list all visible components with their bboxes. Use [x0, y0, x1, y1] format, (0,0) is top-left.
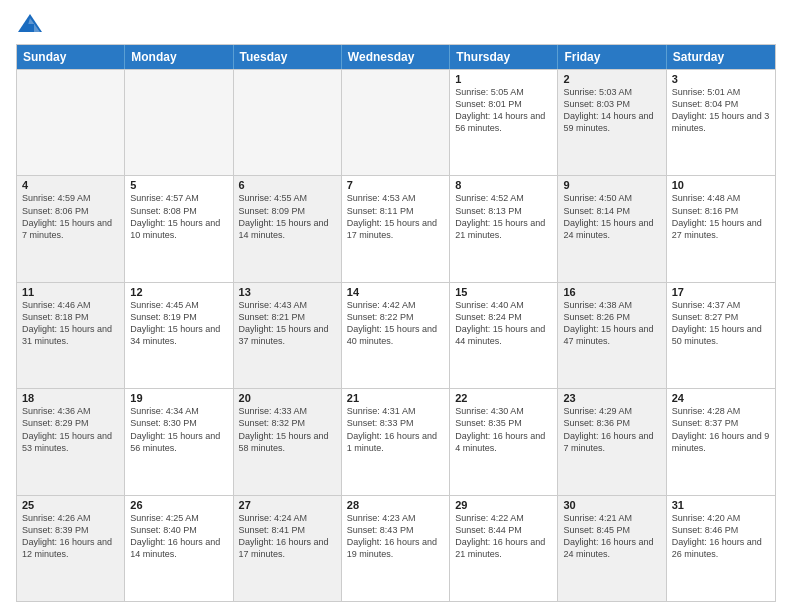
day-info: Sunrise: 4:29 AM Sunset: 8:36 PM Dayligh…	[563, 405, 660, 454]
calendar-cell: 31Sunrise: 4:20 AM Sunset: 8:46 PM Dayli…	[667, 496, 775, 601]
day-number: 9	[563, 179, 660, 191]
day-info: Sunrise: 4:55 AM Sunset: 8:09 PM Dayligh…	[239, 192, 336, 241]
calendar-cell: 21Sunrise: 4:31 AM Sunset: 8:33 PM Dayli…	[342, 389, 450, 494]
day-number: 21	[347, 392, 444, 404]
calendar-header-cell: Tuesday	[234, 45, 342, 69]
calendar-row: 18Sunrise: 4:36 AM Sunset: 8:29 PM Dayli…	[17, 388, 775, 494]
calendar-header-cell: Sunday	[17, 45, 125, 69]
calendar-cell: 29Sunrise: 4:22 AM Sunset: 8:44 PM Dayli…	[450, 496, 558, 601]
calendar-cell: 23Sunrise: 4:29 AM Sunset: 8:36 PM Dayli…	[558, 389, 666, 494]
calendar-header-cell: Thursday	[450, 45, 558, 69]
calendar-cell	[234, 70, 342, 175]
calendar-cell: 19Sunrise: 4:34 AM Sunset: 8:30 PM Dayli…	[125, 389, 233, 494]
day-info: Sunrise: 4:50 AM Sunset: 8:14 PM Dayligh…	[563, 192, 660, 241]
calendar-cell: 28Sunrise: 4:23 AM Sunset: 8:43 PM Dayli…	[342, 496, 450, 601]
day-info: Sunrise: 4:53 AM Sunset: 8:11 PM Dayligh…	[347, 192, 444, 241]
day-number: 4	[22, 179, 119, 191]
day-info: Sunrise: 4:25 AM Sunset: 8:40 PM Dayligh…	[130, 512, 227, 561]
calendar-cell: 12Sunrise: 4:45 AM Sunset: 8:19 PM Dayli…	[125, 283, 233, 388]
calendar: SundayMondayTuesdayWednesdayThursdayFrid…	[16, 44, 776, 602]
day-number: 5	[130, 179, 227, 191]
day-info: Sunrise: 4:46 AM Sunset: 8:18 PM Dayligh…	[22, 299, 119, 348]
day-info: Sunrise: 4:34 AM Sunset: 8:30 PM Dayligh…	[130, 405, 227, 454]
day-number: 3	[672, 73, 770, 85]
calendar-cell: 20Sunrise: 4:33 AM Sunset: 8:32 PM Dayli…	[234, 389, 342, 494]
day-info: Sunrise: 4:45 AM Sunset: 8:19 PM Dayligh…	[130, 299, 227, 348]
calendar-cell: 1Sunrise: 5:05 AM Sunset: 8:01 PM Daylig…	[450, 70, 558, 175]
calendar-header-cell: Saturday	[667, 45, 775, 69]
calendar-cell: 7Sunrise: 4:53 AM Sunset: 8:11 PM Daylig…	[342, 176, 450, 281]
day-info: Sunrise: 4:24 AM Sunset: 8:41 PM Dayligh…	[239, 512, 336, 561]
calendar-cell: 30Sunrise: 4:21 AM Sunset: 8:45 PM Dayli…	[558, 496, 666, 601]
calendar-row: 1Sunrise: 5:05 AM Sunset: 8:01 PM Daylig…	[17, 69, 775, 175]
calendar-cell: 27Sunrise: 4:24 AM Sunset: 8:41 PM Dayli…	[234, 496, 342, 601]
day-number: 12	[130, 286, 227, 298]
svg-rect-2	[26, 24, 34, 32]
logo-icon	[16, 10, 44, 38]
day-info: Sunrise: 4:42 AM Sunset: 8:22 PM Dayligh…	[347, 299, 444, 348]
day-number: 16	[563, 286, 660, 298]
calendar-cell: 16Sunrise: 4:38 AM Sunset: 8:26 PM Dayli…	[558, 283, 666, 388]
calendar-cell: 24Sunrise: 4:28 AM Sunset: 8:37 PM Dayli…	[667, 389, 775, 494]
day-info: Sunrise: 4:52 AM Sunset: 8:13 PM Dayligh…	[455, 192, 552, 241]
day-number: 10	[672, 179, 770, 191]
day-number: 15	[455, 286, 552, 298]
day-info: Sunrise: 4:59 AM Sunset: 8:06 PM Dayligh…	[22, 192, 119, 241]
day-info: Sunrise: 4:21 AM Sunset: 8:45 PM Dayligh…	[563, 512, 660, 561]
calendar-row: 4Sunrise: 4:59 AM Sunset: 8:06 PM Daylig…	[17, 175, 775, 281]
day-info: Sunrise: 4:28 AM Sunset: 8:37 PM Dayligh…	[672, 405, 770, 454]
calendar-header-cell: Friday	[558, 45, 666, 69]
calendar-cell	[342, 70, 450, 175]
calendar-cell: 11Sunrise: 4:46 AM Sunset: 8:18 PM Dayli…	[17, 283, 125, 388]
logo	[16, 10, 48, 38]
calendar-header-cell: Monday	[125, 45, 233, 69]
day-number: 23	[563, 392, 660, 404]
day-info: Sunrise: 4:57 AM Sunset: 8:08 PM Dayligh…	[130, 192, 227, 241]
day-number: 19	[130, 392, 227, 404]
calendar-header-cell: Wednesday	[342, 45, 450, 69]
day-info: Sunrise: 4:37 AM Sunset: 8:27 PM Dayligh…	[672, 299, 770, 348]
day-info: Sunrise: 4:31 AM Sunset: 8:33 PM Dayligh…	[347, 405, 444, 454]
day-info: Sunrise: 4:48 AM Sunset: 8:16 PM Dayligh…	[672, 192, 770, 241]
day-info: Sunrise: 4:33 AM Sunset: 8:32 PM Dayligh…	[239, 405, 336, 454]
calendar-cell: 25Sunrise: 4:26 AM Sunset: 8:39 PM Dayli…	[17, 496, 125, 601]
day-number: 18	[22, 392, 119, 404]
calendar-body: 1Sunrise: 5:05 AM Sunset: 8:01 PM Daylig…	[17, 69, 775, 601]
day-number: 13	[239, 286, 336, 298]
calendar-cell: 14Sunrise: 4:42 AM Sunset: 8:22 PM Dayli…	[342, 283, 450, 388]
day-number: 8	[455, 179, 552, 191]
calendar-cell: 26Sunrise: 4:25 AM Sunset: 8:40 PM Dayli…	[125, 496, 233, 601]
day-number: 6	[239, 179, 336, 191]
day-info: Sunrise: 4:22 AM Sunset: 8:44 PM Dayligh…	[455, 512, 552, 561]
day-info: Sunrise: 5:01 AM Sunset: 8:04 PM Dayligh…	[672, 86, 770, 135]
calendar-header: SundayMondayTuesdayWednesdayThursdayFrid…	[17, 45, 775, 69]
calendar-cell: 2Sunrise: 5:03 AM Sunset: 8:03 PM Daylig…	[558, 70, 666, 175]
day-number: 31	[672, 499, 770, 511]
day-number: 1	[455, 73, 552, 85]
calendar-cell: 17Sunrise: 4:37 AM Sunset: 8:27 PM Dayli…	[667, 283, 775, 388]
day-number: 14	[347, 286, 444, 298]
day-number: 30	[563, 499, 660, 511]
day-info: Sunrise: 4:36 AM Sunset: 8:29 PM Dayligh…	[22, 405, 119, 454]
calendar-cell	[17, 70, 125, 175]
day-info: Sunrise: 4:26 AM Sunset: 8:39 PM Dayligh…	[22, 512, 119, 561]
day-info: Sunrise: 5:05 AM Sunset: 8:01 PM Dayligh…	[455, 86, 552, 135]
day-number: 22	[455, 392, 552, 404]
header	[16, 10, 776, 38]
calendar-row: 11Sunrise: 4:46 AM Sunset: 8:18 PM Dayli…	[17, 282, 775, 388]
calendar-row: 25Sunrise: 4:26 AM Sunset: 8:39 PM Dayli…	[17, 495, 775, 601]
day-number: 20	[239, 392, 336, 404]
calendar-cell: 10Sunrise: 4:48 AM Sunset: 8:16 PM Dayli…	[667, 176, 775, 281]
day-info: Sunrise: 4:38 AM Sunset: 8:26 PM Dayligh…	[563, 299, 660, 348]
day-number: 7	[347, 179, 444, 191]
day-info: Sunrise: 4:23 AM Sunset: 8:43 PM Dayligh…	[347, 512, 444, 561]
page: SundayMondayTuesdayWednesdayThursdayFrid…	[0, 0, 792, 612]
day-info: Sunrise: 4:43 AM Sunset: 8:21 PM Dayligh…	[239, 299, 336, 348]
day-number: 28	[347, 499, 444, 511]
day-number: 25	[22, 499, 119, 511]
day-info: Sunrise: 5:03 AM Sunset: 8:03 PM Dayligh…	[563, 86, 660, 135]
day-number: 24	[672, 392, 770, 404]
day-number: 26	[130, 499, 227, 511]
day-number: 27	[239, 499, 336, 511]
calendar-cell: 22Sunrise: 4:30 AM Sunset: 8:35 PM Dayli…	[450, 389, 558, 494]
